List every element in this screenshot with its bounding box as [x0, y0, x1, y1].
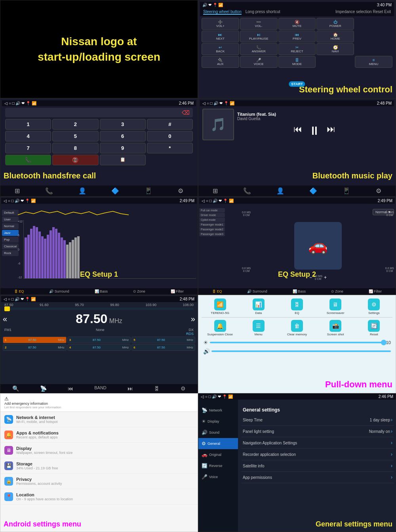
nav-phone-icon2[interactable]: 📞	[243, 187, 251, 195]
radio-preset-1[interactable]: 1 87.50 MHz	[3, 337, 67, 343]
eq1-nav-bass[interactable]: 📊 Bass	[95, 289, 108, 293]
pd-menu[interactable]: ☰ Menu	[240, 320, 277, 336]
android-item-apps[interactable]: 🔔 Apps & notifications Recent apps, defa…	[0, 427, 198, 443]
nav-settings-icon[interactable]: ⚙	[178, 187, 183, 195]
general-row-permissions[interactable]: App permissions ›	[241, 472, 394, 483]
dial-5[interactable]: 5	[52, 131, 98, 142]
sidebar-voice[interactable]: 🎤 Voice	[198, 471, 238, 482]
eq2-nav-bass[interactable]: 📊 Bass	[293, 289, 306, 293]
s-navi[interactable]: 🧭NAVI	[316, 43, 354, 55]
dial-0[interactable]: 0	[147, 131, 193, 142]
dial-input-field[interactable]: ⌫	[5, 108, 193, 117]
bt-next-button[interactable]: ⏭	[327, 124, 335, 138]
pd-volume-slider[interactable]	[211, 350, 391, 352]
s-aux[interactable]: 🔌AUX	[202, 56, 239, 68]
pd-screenshot[interactable]: 📸 Screen shot	[317, 320, 354, 336]
bt-play-button[interactable]: ⏸	[308, 124, 320, 138]
eq2-passenger2[interactable]: Passenger mode2	[199, 227, 225, 232]
dial-call[interactable]: 📞	[5, 155, 51, 165]
radio-search-icon[interactable]: 🔍	[12, 385, 19, 392]
android-item-display[interactable]: 🖥 Display Wallpaper, screen timeout, fon…	[0, 443, 198, 458]
pd-brightness-slider[interactable]	[210, 342, 385, 343]
plus-icon[interactable]: +	[324, 275, 327, 280]
radio-preset-3[interactable]: 3 87.50 MHz	[67, 337, 131, 343]
s-answer[interactable]: 📞ANSWER	[240, 43, 278, 55]
eq1-nav-zone[interactable]: ⊙ Zone	[133, 289, 145, 293]
dial-7[interactable]: 7	[5, 143, 51, 153]
sidebar-reverse[interactable]: 🔄 Reverse	[198, 460, 238, 471]
android-item-network[interactable]: 📡 Network & internet Wi-Fi, mobile, and …	[0, 412, 198, 427]
dial-1[interactable]: 1	[5, 119, 51, 130]
nav-bt-icon2[interactable]: 🔷	[309, 187, 317, 195]
s-playpause[interactable]: ⏯PLAY/PAUSE	[240, 31, 278, 42]
eq2-fullcar[interactable]: Full car mode	[199, 208, 225, 212]
nav-bt2-icon[interactable]: 📱	[145, 187, 152, 195]
eq2-nav-eq[interactable]: 🎛 EQ	[212, 289, 222, 293]
steering-tab-active[interactable]: Steering wheel button	[203, 10, 242, 15]
eq2-driver[interactable]: Driver mode	[199, 213, 225, 217]
radio-eq-icon[interactable]: 🎛	[154, 385, 160, 392]
sidebar-sound[interactable]: 🔊 Sound	[198, 427, 238, 438]
eq2-nav-filter[interactable]: 📈 Filter	[369, 289, 382, 293]
general-row-sleep[interactable]: Sleep Time 1 day sleep ›	[241, 414, 394, 426]
s-mute[interactable]: 🔇MUTE	[278, 18, 316, 30]
s-menu[interactable]: ≡MENU	[355, 56, 392, 68]
radio-preset-4[interactable]: 4 87.50 MHz	[67, 344, 131, 351]
radio-prev-icon[interactable]: ⏮	[68, 385, 73, 392]
nav-grid-icon[interactable]: ⊞	[15, 187, 20, 195]
eq-preset-user[interactable]: User	[2, 216, 19, 222]
s-vol-plus[interactable]: ➕VOL+	[202, 18, 239, 30]
dial-6[interactable]: 6	[100, 131, 146, 142]
radio-antenna-icon[interactable]: 📡	[40, 385, 47, 392]
radio-prev-button[interactable]: «	[3, 314, 7, 323]
dial-hash[interactable]: #	[147, 119, 193, 130]
radio-preset-5[interactable]: 5 87.50 MHz	[131, 337, 195, 343]
steering-tab2[interactable]: Long press shortcut	[246, 10, 280, 15]
dial-4[interactable]: 4	[5, 131, 51, 142]
nav-bt-icon[interactable]: 🔷	[111, 187, 119, 195]
dial-end[interactable]: 📵	[52, 155, 98, 165]
android-item-location[interactable]: 📍 Location On - 9 apps have access to lo…	[0, 489, 198, 505]
pd-eq[interactable]: 🎛 EQ	[278, 299, 315, 315]
pd-suspension[interactable]: 🔔 Suspension Close	[202, 320, 238, 336]
nav-contacts-icon[interactable]: 👤	[78, 187, 86, 195]
eq1-nav-eq[interactable]: 🎛 EQ	[14, 289, 24, 293]
general-row-recorder[interactable]: Recorder application selection ›	[241, 449, 394, 460]
pd-reset[interactable]: 🔄 Reset	[356, 320, 392, 336]
nav-phone-icon[interactable]: 📞	[45, 187, 53, 195]
radio-settings-icon[interactable]: ⚙	[181, 385, 186, 392]
radio-freq-slider[interactable]	[4, 308, 194, 310]
radio-preset-2[interactable]: 2 87.50 MHz	[3, 344, 67, 351]
dial-9[interactable]: 9	[100, 143, 146, 153]
nav-bt3-icon[interactable]: 📱	[343, 187, 350, 195]
s-prev[interactable]: ⏮PREV	[278, 31, 316, 42]
dial-8[interactable]: 8	[52, 143, 98, 153]
dial-2[interactable]: 2	[52, 119, 98, 130]
general-row-navi[interactable]: Navigation Application Settings ›	[241, 437, 394, 449]
pd-clear[interactable]: 🗑 Clear memory	[278, 320, 315, 336]
pd-brightness-thumb[interactable]	[381, 340, 386, 345]
radio-preset-6[interactable]: 6 87.50 MHz	[131, 344, 195, 351]
eq-preset-normal[interactable]: Normal	[2, 223, 19, 229]
s-vol-minus[interactable]: ➖VOL-	[240, 18, 278, 30]
sidebar-general[interactable]: ⚙ General	[198, 438, 238, 449]
eq2-nav-surround[interactable]: 🔊 Surround	[247, 289, 267, 293]
general-row-satellite[interactable]: Satellite info ›	[241, 460, 394, 472]
s-mode[interactable]: 🎛MODE	[278, 56, 316, 68]
sidebar-network[interactable]: 📡 Network	[198, 405, 238, 416]
start-badge[interactable]: START	[289, 81, 305, 87]
eq-preset-classical[interactable]: Classical	[2, 243, 19, 249]
eq2-passenger1[interactable]: Passenger mode1	[199, 222, 225, 227]
s-reject[interactable]: ✂REJECT	[278, 43, 316, 55]
eq2-nav-zone[interactable]: ⊙ Zone	[331, 289, 343, 293]
nav-contacts-icon2[interactable]: 👤	[276, 187, 284, 195]
general-row-panel[interactable]: Panel light setting Normally on ›	[241, 426, 394, 437]
eq-preset-pop[interactable]: Pop	[2, 237, 19, 243]
pd-settings[interactable]: ⚙ Settings	[356, 299, 392, 315]
s-home[interactable]: 🏠HOME	[316, 31, 354, 42]
sidebar-display[interactable]: ☀ Display	[198, 416, 238, 427]
pd-data[interactable]: 📊 Data	[240, 299, 277, 315]
eq1-nav-surround[interactable]: 🔊 Surround	[49, 289, 69, 293]
s-voice[interactable]: 🎤VOICE	[240, 56, 278, 68]
nav-grid-icon2[interactable]: ⊞	[213, 187, 218, 195]
